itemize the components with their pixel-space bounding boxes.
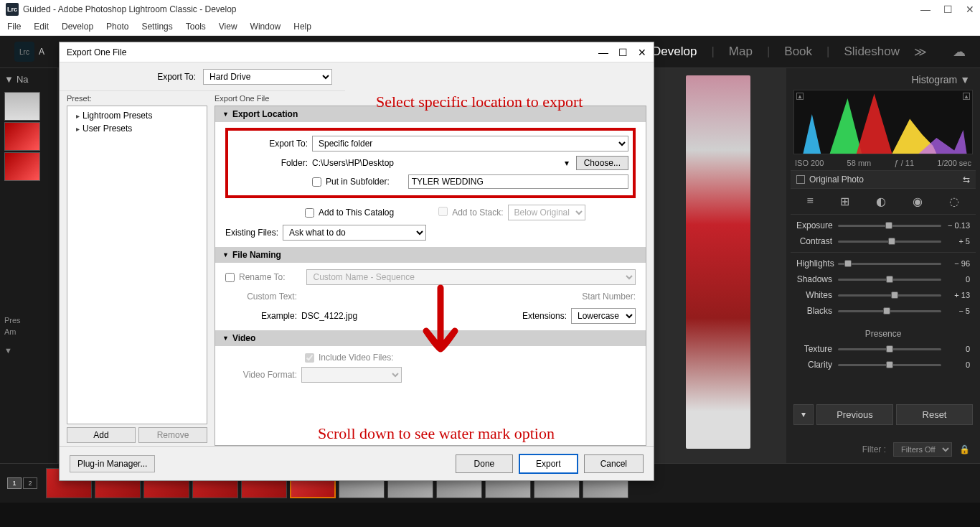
example-label: Example: <box>225 311 297 321</box>
choose-folder-button[interactable]: Choose... <box>576 156 628 170</box>
add-catalog-checkbox[interactable] <box>305 208 314 218</box>
tool-strip: ≡ ⊞ ◐ ◉ ◌ <box>791 189 976 215</box>
section-file-naming[interactable]: File Naming <box>215 247 646 263</box>
subfolder-input[interactable] <box>408 174 628 189</box>
main-column-header: Export One File <box>215 94 646 106</box>
slider-thumb[interactable] <box>885 222 892 229</box>
module-develop[interactable]: Develop <box>652 45 697 59</box>
maximize-icon[interactable]: ☐ <box>943 4 953 15</box>
previous-button[interactable]: Previous <box>816 404 893 425</box>
module-book[interactable]: Book <box>784 45 812 59</box>
navigator-preview <box>4 92 40 121</box>
menu-edit[interactable]: Edit <box>34 22 49 32</box>
slider-thumb[interactable] <box>891 292 898 299</box>
put-subfolder-label: Put in Subfolder: <box>326 177 390 187</box>
grid-view-1[interactable]: 1 <box>7 477 22 489</box>
extensions-select[interactable]: Lowercase <box>571 308 636 324</box>
slider-track[interactable] <box>838 348 941 350</box>
heal-icon[interactable]: ◐ <box>876 195 886 208</box>
more-modules-icon[interactable]: ≫ <box>914 45 927 60</box>
folder-dropdown-icon[interactable]: ▾ <box>562 158 572 168</box>
slider-track[interactable] <box>838 310 941 312</box>
slider-track[interactable] <box>838 294 941 297</box>
slider-thumb[interactable] <box>886 345 893 353</box>
crop-icon[interactable]: ⊞ <box>840 195 849 208</box>
prev-photo-chevron-icon[interactable]: ▾ <box>793 404 814 425</box>
slider-thumb[interactable] <box>888 238 895 245</box>
close-icon[interactable]: ✕ <box>966 4 974 15</box>
dialog-minimize-icon[interactable]: — <box>598 47 608 58</box>
existing-files-select[interactable]: Ask what to do <box>283 225 426 241</box>
slider-value: + 13 <box>941 291 970 299</box>
menu-help[interactable]: Help <box>293 22 311 32</box>
slider-thumb[interactable] <box>883 307 890 314</box>
export-settings-scroll[interactable]: Export Location Export To: Specific fold… <box>215 106 646 446</box>
original-photo-toggle[interactable]: Original Photo ⇆ <box>791 170 976 189</box>
histogram[interactable]: ▲ ▲ <box>793 90 973 154</box>
export-to-select[interactable]: Hard Drive <box>203 69 332 85</box>
histogram-header[interactable]: Histogram <box>911 74 957 85</box>
minimize-icon[interactable]: — <box>920 4 930 15</box>
module-slideshow[interactable]: Slideshow <box>844 45 900 59</box>
filter-select[interactable]: Filters Off <box>893 442 952 457</box>
navigator-header[interactable]: ▼Na <box>4 74 53 85</box>
menu-file[interactable]: File <box>7 22 21 32</box>
slider-value: + 5 <box>941 237 970 246</box>
dialog-close-icon[interactable]: ✕ <box>638 47 646 58</box>
put-subfolder-checkbox[interactable] <box>312 177 321 187</box>
slider-track[interactable] <box>838 225 941 227</box>
module-map[interactable]: Map <box>729 45 753 59</box>
slider-track[interactable] <box>838 263 941 265</box>
menu-window[interactable]: Window <box>250 22 281 32</box>
menu-develop[interactable]: Develop <box>62 22 93 32</box>
slider-track[interactable] <box>838 241 941 243</box>
navigator-preview <box>4 122 40 151</box>
panel-expand-icon[interactable]: ▼ <box>4 345 53 356</box>
slider-track[interactable] <box>838 364 941 366</box>
preset-tree-lightroom[interactable]: Lightroom Presets <box>70 109 204 122</box>
slider-value: − 96 <box>941 259 970 268</box>
menu-tools[interactable]: Tools <box>186 22 206 32</box>
plugin-manager-button[interactable]: Plug-in Manager... <box>70 455 155 472</box>
dialog-maximize-icon[interactable]: ☐ <box>618 47 628 58</box>
slider-track[interactable] <box>838 279 941 281</box>
export-button[interactable]: Export <box>519 454 578 474</box>
slider-thumb[interactable] <box>844 260 852 267</box>
slider-value: − 5 <box>941 307 970 315</box>
cancel-button[interactable]: Cancel <box>584 454 644 473</box>
redeye-icon[interactable]: ◉ <box>913 195 923 208</box>
radial-icon[interactable]: ◌ <box>949 195 959 208</box>
slider-thumb[interactable] <box>886 361 893 368</box>
preset-list[interactable]: Lightroom Presets User Presets <box>67 106 207 424</box>
cloud-sync-icon[interactable]: ☁ <box>953 44 966 60</box>
menu-settings[interactable]: Settings <box>141 22 172 32</box>
done-button[interactable]: Done <box>456 454 513 473</box>
filter-lock-icon[interactable]: 🔒 <box>959 444 970 454</box>
export-to-label: Export To: <box>157 72 196 82</box>
remove-preset-button[interactable]: Remove <box>138 427 207 443</box>
slider-thumb[interactable] <box>886 276 893 283</box>
switch-icon[interactable]: ⇆ <box>963 174 970 185</box>
reset-button[interactable]: Reset <box>896 404 973 425</box>
preset-tree-user[interactable]: User Presets <box>70 122 204 135</box>
brand-initial: A <box>39 47 44 57</box>
clip-shadow-icon[interactable]: ▲ <box>796 93 804 100</box>
lrc-icon: Lrc <box>6 3 19 16</box>
grid-view-2[interactable]: 2 <box>23 477 37 489</box>
menu-view[interactable]: View <box>219 22 237 32</box>
include-video-label: Include Video Files: <box>319 353 394 363</box>
presets-header[interactable]: Pres <box>4 314 53 326</box>
clip-highlight-icon[interactable]: ▲ <box>963 93 970 100</box>
section-video[interactable]: Video <box>215 330 646 346</box>
titlebar: Lrc Guided - Adobe Photoshop Lightroom C… <box>0 0 980 18</box>
folder-label: Folder: <box>232 158 308 168</box>
rename-checkbox[interactable] <box>225 273 235 282</box>
right-panel: Histogram ▼ ▲ ▲ ISO 200 58 mm ƒ / 11 1/2… <box>786 68 980 463</box>
add-preset-button[interactable]: Add <box>67 427 136 443</box>
annotation-redbox: Export To: Specific folder Folder: C:\Us… <box>225 128 636 198</box>
section-export-location[interactable]: Export Location <box>215 106 646 122</box>
menu-photo[interactable]: Photo <box>106 22 128 32</box>
adjust-icon[interactable]: ≡ <box>807 195 814 208</box>
video-format-select <box>301 367 402 383</box>
loc-export-to-select[interactable]: Specific folder <box>312 136 628 151</box>
